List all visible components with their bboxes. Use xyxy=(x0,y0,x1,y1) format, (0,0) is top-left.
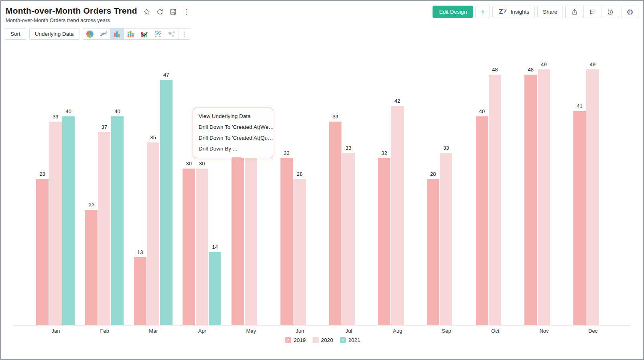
bar-value-label: 47 xyxy=(157,72,175,78)
bar-value-label: 39 xyxy=(327,114,344,120)
bar-sep-2020[interactable] xyxy=(440,153,452,325)
x-axis-label: Feb xyxy=(91,328,119,334)
insights-button[interactable]: Insights xyxy=(492,6,535,18)
scatter-chart-icon[interactable] xyxy=(151,28,165,39)
bar-dec-2019[interactable] xyxy=(573,111,586,325)
x-axis-label: May xyxy=(237,328,265,334)
underlying-data-button[interactable]: Underlying Data xyxy=(29,28,79,40)
bar-jan-2020[interactable] xyxy=(49,122,62,325)
header-actions: Edit Design + Insights Share xyxy=(433,6,638,18)
x-axis-line xyxy=(13,325,630,325)
bar-value-label: 40 xyxy=(108,108,126,114)
context-menu-item[interactable]: View Underlying Data xyxy=(193,111,273,122)
bar-feb-2021[interactable] xyxy=(111,116,124,325)
bar-value-label: 30 xyxy=(180,161,198,167)
bar-apr-2021[interactable] xyxy=(209,252,221,325)
bar-feb-2019[interactable] xyxy=(85,210,98,325)
bar-value-label: 22 xyxy=(82,202,100,208)
line-chart-icon[interactable] xyxy=(97,28,110,39)
comment-icon[interactable] xyxy=(583,6,601,18)
bar-value-label: 32 xyxy=(376,150,393,156)
bar-value-label: 41 xyxy=(571,103,588,109)
bar-nov-2019[interactable] xyxy=(524,75,537,325)
sort-button[interactable]: Sort xyxy=(5,28,26,40)
chart-area: 2839402237401335473030143228393332422833… xyxy=(1,1,644,360)
bar-value-label: 40 xyxy=(473,108,491,114)
bar-jan-2021[interactable] xyxy=(62,116,75,325)
bar-oct-2019[interactable] xyxy=(476,116,488,325)
chart-type-more-icon[interactable]: ⋮ xyxy=(179,28,190,39)
stacked-bar-chart-icon[interactable] xyxy=(124,28,138,39)
legend-label: 2019 xyxy=(294,337,306,343)
context-menu-item[interactable]: Drill Down By ... xyxy=(193,143,273,154)
x-axis-label: Oct xyxy=(481,328,509,334)
save-icon[interactable] xyxy=(169,7,177,16)
legend-checkbox[interactable]: ✓ xyxy=(285,337,291,343)
add-button[interactable]: + xyxy=(475,6,490,18)
bar-sep-2019[interactable] xyxy=(427,179,439,325)
share-button[interactable]: Share xyxy=(537,6,563,18)
legend-item-2020[interactable]: ✓2020 xyxy=(313,337,333,343)
bar-value-label: 33 xyxy=(339,145,357,151)
bar-dec-2020[interactable] xyxy=(586,69,599,325)
zia-icon xyxy=(498,8,508,16)
insights-label: Insights xyxy=(510,9,529,15)
star-icon[interactable] xyxy=(142,7,151,16)
settings-button[interactable]: ⚙ xyxy=(622,6,638,18)
bar-apr-2020[interactable] xyxy=(196,169,208,325)
legend-item-2021[interactable]: ✓2021 xyxy=(340,337,360,343)
bar-oct-2020[interactable] xyxy=(489,75,501,325)
x-axis-label: Dec xyxy=(579,328,607,334)
x-axis-label: Mar xyxy=(139,328,167,334)
bar-jun-2019[interactable] xyxy=(280,158,293,325)
bar-chart-icon[interactable] xyxy=(110,28,124,39)
bar-may-2019[interactable] xyxy=(232,153,244,325)
edit-design-button[interactable]: Edit Design xyxy=(433,6,473,18)
page-subtitle: Month-over-Month Orders trend across yea… xyxy=(6,17,110,23)
context-menu-item[interactable]: Drill Down To 'Created At(We… xyxy=(193,122,273,132)
bar-aug-2020[interactable] xyxy=(391,106,404,325)
bar-value-label: 32 xyxy=(278,150,295,156)
bar-value-label: 48 xyxy=(486,67,504,73)
refresh-icon[interactable] xyxy=(155,7,164,16)
pie-chart-icon[interactable] xyxy=(83,28,97,39)
bar-value-label: 49 xyxy=(535,61,553,67)
bar-value-label: 13 xyxy=(131,249,149,255)
legend-checkbox[interactable]: ✓ xyxy=(340,337,346,343)
bar-aug-2019[interactable] xyxy=(378,158,390,325)
legend-checkbox[interactable]: ✓ xyxy=(313,337,319,343)
bar-value-label: 48 xyxy=(522,67,540,73)
combo-chart-icon[interactable] xyxy=(138,28,151,39)
bar-mar-2019[interactable] xyxy=(134,257,146,325)
page-title: Month-over-Month Orders Trend xyxy=(6,6,137,16)
bar-apr-2019[interactable] xyxy=(183,169,195,325)
bar-may-2020[interactable] xyxy=(245,153,257,325)
bar-value-label: 40 xyxy=(60,108,77,114)
bar-jan-2019[interactable] xyxy=(36,179,49,325)
bar-value-label: 49 xyxy=(584,61,601,67)
bar-value-label: 37 xyxy=(95,124,113,130)
chart-type-switcher: ⋮ xyxy=(83,28,190,40)
bar-nov-2020[interactable] xyxy=(538,69,550,325)
bar-mar-2021[interactable] xyxy=(160,80,173,325)
map-chart-icon[interactable] xyxy=(165,28,179,39)
x-axis-label: Jun xyxy=(286,328,314,334)
legend-item-2019[interactable]: ✓2019 xyxy=(285,337,306,343)
alert-icon[interactable] xyxy=(601,6,619,18)
x-axis-label: Jan xyxy=(42,328,70,334)
x-axis-label: Aug xyxy=(384,328,412,334)
bar-jul-2020[interactable] xyxy=(342,153,355,325)
bar-value-label: 33 xyxy=(437,145,455,151)
export-icon[interactable] xyxy=(566,6,583,18)
bar-feb-2020[interactable] xyxy=(98,132,110,325)
drilldown-context-menu: View Underlying DataDrill Down To 'Creat… xyxy=(193,108,273,158)
bar-value-label: 28 xyxy=(291,171,309,177)
bar-jul-2019[interactable] xyxy=(329,122,341,325)
more-vertical-icon[interactable]: ⋮ xyxy=(182,7,191,16)
bar-mar-2020[interactable] xyxy=(147,142,159,325)
bar-jun-2020[interactable] xyxy=(293,179,306,325)
context-menu-item[interactable]: Drill Down To 'Created At(Qu… xyxy=(193,132,273,143)
bar-value-label: 30 xyxy=(193,161,211,167)
x-axis-label: Sep xyxy=(433,328,461,334)
chart-toolbar: Sort Underlying Data xyxy=(5,28,190,40)
